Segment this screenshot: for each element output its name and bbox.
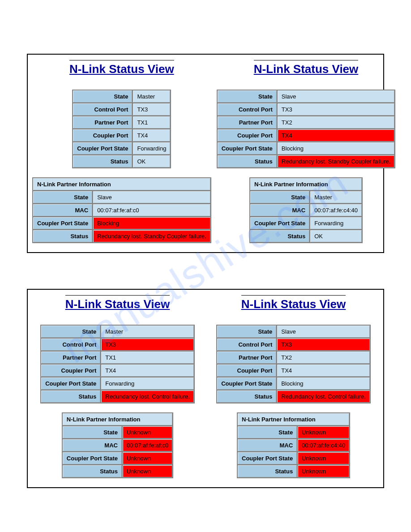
value-coupler-port: TX4 [278, 129, 395, 142]
partner-state: Master [310, 191, 362, 203]
label-mac: MAC [63, 439, 122, 451]
page-title: N-Link Status View [241, 295, 346, 311]
label-coupler-port-state: Coupler Port State [238, 452, 297, 464]
partner-state: Unknown [123, 426, 172, 438]
partner-status: OK [310, 230, 362, 242]
label-state: State [238, 426, 297, 438]
value-coupler-port-state: Forwarding [133, 142, 170, 154]
label-state: State [217, 326, 276, 338]
partner-table: N-Link Partner Information StateMaster M… [249, 177, 363, 243]
label-status: Status [217, 390, 276, 403]
value-control-port: TX3 [277, 339, 370, 351]
label-state: State [250, 191, 309, 203]
page: N-Link Status View StateMaster Control P… [0, 0, 411, 532]
main-table: StateMaster Control PortTX3 Partner Port… [40, 325, 195, 403]
value-status: Redundancy lost. Control failure. [277, 390, 370, 403]
label-coupler-port-state: Coupler Port State [73, 142, 132, 154]
label-status: Status [250, 230, 309, 242]
main-table: StateSlave Control PortTX3 Partner PortT… [216, 325, 371, 403]
label-coupler-port-state: Coupler Port State [63, 452, 122, 464]
label-coupler-port-state: Coupler Port State [33, 217, 92, 229]
label-status: Status [41, 390, 100, 403]
value-coupler-port-state: Forwarding [101, 378, 194, 390]
value-control-port: TX3 [133, 103, 170, 116]
value-state: Slave [277, 326, 370, 338]
partner-state: Slave [93, 191, 210, 203]
status-column: N-Link Status View StateMaster Control P… [32, 58, 211, 243]
value-status: Redundancy lost. Control failure. [101, 390, 194, 403]
partner-mac: 00:07:af:fe:c4:40 [298, 439, 349, 451]
value-status: Redundancy lost. Standby Coupler failure… [278, 155, 395, 167]
partner-header: N-Link Partner Information [238, 413, 349, 425]
label-partner-port: Partner Port [73, 116, 132, 129]
value-coupler-port: TX4 [133, 129, 170, 142]
label-coupler-port-state: Coupler Port State [250, 217, 309, 229]
partner-coupler-port-state: Unknown [298, 452, 349, 464]
label-mac: MAC [250, 204, 309, 216]
label-mac: MAC [33, 204, 92, 216]
value-state: Slave [278, 90, 395, 103]
partner-coupler-port-state: Blocking [93, 217, 210, 229]
value-coupler-port-state: Blocking [277, 378, 370, 390]
value-partner-port: TX2 [278, 116, 395, 129]
label-control-port: Control Port [41, 339, 100, 351]
main-table: StateMaster Control PortTX3 Partner Port… [72, 90, 171, 168]
partner-header: N-Link Partner Information [33, 178, 210, 190]
label-partner-port: Partner Port [41, 352, 100, 364]
label-partner-port: Partner Port [217, 352, 276, 364]
label-coupler-port-state: Coupler Port State [218, 142, 277, 154]
label-state: State [73, 90, 132, 103]
value-coupler-port-state: Blocking [278, 142, 395, 154]
partner-status: Unknown [123, 465, 172, 477]
partner-coupler-port-state: Forwarding [310, 217, 362, 229]
partner-header: N-Link Partner Information [250, 178, 362, 190]
label-coupler-port-state: Coupler Port State [41, 378, 100, 390]
label-state: State [33, 191, 92, 203]
partner-state: Unknown [298, 426, 349, 438]
label-partner-port: Partner Port [218, 116, 277, 129]
partner-mac: 00:07:af:fe:af:c0 [123, 439, 172, 451]
page-title: N-Link Status View [69, 60, 174, 76]
value-coupler-port: TX4 [101, 365, 194, 377]
label-coupler-port-state: Coupler Port State [217, 378, 276, 390]
main-table: StateSlave Control PortTX3 Partner PortT… [217, 90, 396, 168]
partner-coupler-port-state: Unknown [123, 452, 172, 464]
status-column: N-Link Status View StateSlave Control Po… [217, 58, 396, 243]
label-control-port: Control Port [218, 103, 277, 116]
value-coupler-port: TX4 [277, 365, 370, 377]
partner-table: N-Link Partner Information StateUnknown … [237, 412, 350, 478]
status-column: N-Link Status View StateMaster Control P… [32, 293, 203, 478]
value-status: OK [133, 155, 170, 167]
label-state: State [218, 90, 277, 103]
label-status: Status [63, 465, 122, 477]
label-control-port: Control Port [217, 339, 276, 351]
value-control-port: TX3 [278, 103, 395, 116]
value-control-port: TX3 [101, 339, 194, 351]
label-mac: MAC [238, 439, 297, 451]
label-status: Status [33, 230, 92, 242]
partner-table: N-Link Partner Information StateSlave MA… [32, 177, 211, 243]
label-coupler-port: Coupler Port [218, 129, 277, 142]
value-partner-port: TX1 [101, 352, 194, 364]
status-panel: N-Link Status View StateMaster Control P… [27, 54, 384, 253]
partner-status: Unknown [298, 465, 349, 477]
label-state: State [41, 326, 100, 338]
partner-table: N-Link Partner Information StateUnknown … [62, 412, 173, 478]
value-state: Master [101, 326, 194, 338]
partner-header: N-Link Partner Information [63, 413, 172, 425]
page-title: N-Link Status View [254, 60, 359, 76]
label-control-port: Control Port [73, 103, 132, 116]
status-column: N-Link Status View StateSlave Control Po… [208, 293, 379, 478]
partner-mac: 00:07:af:fe:c4:40 [310, 204, 362, 216]
value-partner-port: TX1 [133, 116, 170, 129]
label-coupler-port: Coupler Port [41, 365, 100, 377]
status-panel: N-Link Status View StateMaster Control P… [27, 289, 384, 488]
partner-mac: 00:07:af:fe:af:c0 [93, 204, 210, 216]
label-coupler-port: Coupler Port [217, 365, 276, 377]
value-state: Master [133, 90, 170, 103]
label-state: State [63, 426, 122, 438]
label-status: Status [238, 465, 297, 477]
label-status: Status [218, 155, 277, 167]
partner-status: Redundancy lost. Standby Coupler failure… [93, 230, 210, 242]
label-status: Status [73, 155, 132, 167]
